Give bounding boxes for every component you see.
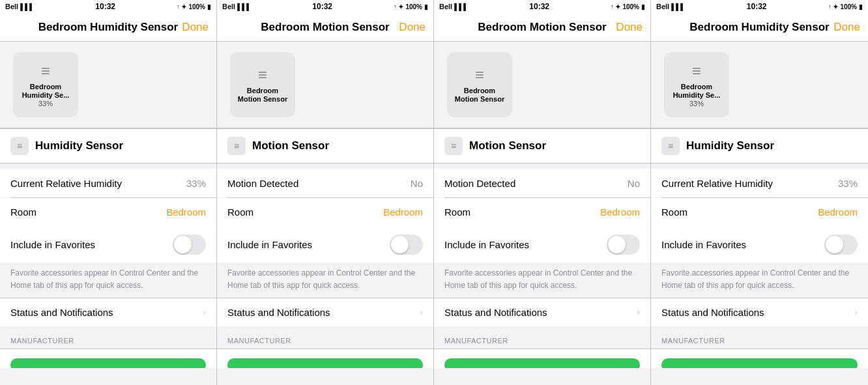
row-label: Room (227, 207, 253, 218)
green-button[interactable] (661, 358, 858, 368)
separator-2 (434, 326, 650, 332)
time-label: 10:32 (747, 2, 767, 11)
nav-bar: Bedroom Humidity Sensor Done (651, 13, 868, 42)
battery-icon: ▮ (207, 3, 211, 10)
bluetooth-icon: ✦ (833, 3, 838, 10)
status-left: Bell ▌▌▌ (5, 3, 34, 10)
row-2[interactable]: Include in Favorites (434, 227, 650, 263)
nav-title: Bedroom Humidity Sensor (38, 21, 178, 34)
sensor-type-label: Humidity Sensor (686, 139, 774, 152)
green-button-area[interactable] (217, 349, 433, 368)
done-button[interactable]: Done (616, 21, 643, 34)
done-button[interactable]: Done (399, 21, 426, 34)
device-card[interactable]: ≡ BedroomMotion Sensor (230, 52, 295, 117)
toggle-switch[interactable] (173, 235, 206, 255)
row-value-orange[interactable]: Bedroom (166, 207, 206, 218)
toggle-switch[interactable] (390, 235, 423, 255)
status-notifications-row[interactable]: Status and Notifications › (0, 298, 216, 326)
phone-panel-1: Bell ▌▌▌ 10:32 ↑ ✦ 100% ▮ Bedroom Humidi… (0, 0, 217, 385)
row-value: 33% (186, 178, 206, 189)
toggle-switch[interactable] (607, 235, 640, 255)
battery-icon: ▮ (859, 3, 863, 10)
manufacturer-label: MANUFACTURER (444, 337, 508, 345)
device-card-area: ≡ BedroomHumidity Se... 33% (0, 42, 216, 128)
battery-icon: ▮ (424, 3, 428, 10)
chevron-right-icon: › (854, 307, 858, 317)
row-1: Room Bedroom (651, 198, 868, 227)
sensor-icon: ≡ (10, 137, 29, 155)
device-icon: ≡ (41, 62, 50, 80)
carrier-label: Bell (222, 3, 235, 10)
device-card-value: 33% (38, 100, 53, 107)
manufacturer-section: MANUFACTURER (0, 332, 216, 349)
status-right: ↑ ✦ 100% ▮ (828, 3, 863, 10)
sensor-type-row: ≡ Motion Sensor (217, 128, 433, 164)
row-value-orange[interactable]: Bedroom (600, 207, 640, 218)
sensor-icon: ≡ (661, 137, 680, 155)
footnote-text: Favorite accessories appear in Control C… (661, 268, 849, 290)
green-button[interactable] (227, 358, 423, 368)
green-button[interactable] (444, 358, 640, 368)
row-label: Include in Favorites (444, 239, 529, 250)
device-card[interactable]: ≡ BedroomHumidity Se... 33% (13, 52, 78, 117)
content-area: ≡ BedroomHumidity Se... 33% ≡ Humidity S… (651, 42, 868, 385)
green-button-area[interactable] (0, 349, 216, 368)
location-icon: ↑ (394, 3, 397, 10)
status-notifications-row[interactable]: Status and Notifications › (651, 298, 868, 326)
row-2[interactable]: Include in Favorites (217, 227, 433, 263)
device-icon: ≡ (258, 66, 267, 84)
row-label: Room (10, 207, 36, 218)
row-label: Room (444, 207, 470, 218)
nav-bar: Bedroom Motion Sensor Done (217, 13, 433, 42)
carrier-label: Bell (656, 3, 669, 10)
row-value-orange[interactable]: Bedroom (383, 207, 423, 218)
status-right: ↑ ✦ 100% ▮ (177, 3, 211, 10)
separator-2 (217, 326, 433, 332)
manufacturer-label: MANUFACTURER (10, 337, 74, 345)
row-label: Include in Favorites (227, 239, 312, 250)
device-card[interactable]: ≡ BedroomMotion Sensor (447, 52, 512, 117)
status-left: Bell ▌▌▌ (439, 3, 468, 10)
signal-icon: ▌▌▌ (237, 3, 251, 10)
status-notifications-row[interactable]: Status and Notifications › (434, 298, 650, 326)
row-0: Motion Detected No (217, 169, 433, 197)
device-card-value: 33% (689, 100, 704, 107)
battery-label: 100% (188, 3, 205, 10)
location-icon: ↑ (177, 3, 180, 10)
sensor-type-label: Motion Sensor (469, 139, 546, 152)
phone-panel-4: Bell ▌▌▌ 10:32 ↑ ✦ 100% ▮ Bedroom Humidi… (651, 0, 868, 385)
device-card-area: ≡ BedroomMotion Sensor (434, 42, 650, 128)
status-bar: Bell ▌▌▌ 10:32 ↑ ✦ 100% ▮ (0, 0, 216, 13)
device-card-area: ≡ BedroomHumidity Se... 33% (651, 42, 868, 128)
row-value: No (628, 178, 640, 189)
toggle-switch[interactable] (824, 235, 858, 255)
row-2[interactable]: Include in Favorites (651, 227, 868, 263)
nav-bar: Bedroom Humidity Sensor Done (0, 13, 216, 42)
sensor-type-row: ≡ Humidity Sensor (651, 128, 868, 164)
green-button-area[interactable] (434, 349, 650, 368)
bluetooth-icon: ✦ (398, 3, 403, 10)
bluetooth-icon: ✦ (181, 3, 186, 10)
row-0: Current Relative Humidity 33% (651, 169, 868, 197)
status-notifications-row[interactable]: Status and Notifications › (217, 298, 433, 326)
row-label: Motion Detected (227, 178, 298, 189)
row-2[interactable]: Include in Favorites (0, 227, 216, 263)
toggle-knob (391, 236, 409, 253)
done-button[interactable]: Done (182, 21, 209, 34)
signal-icon: ▌▌▌ (671, 3, 685, 10)
manufacturer-section: MANUFACTURER (217, 332, 433, 349)
row-value-orange[interactable]: Bedroom (818, 207, 858, 218)
green-button[interactable] (10, 358, 206, 368)
manufacturer-label: MANUFACTURER (227, 337, 291, 345)
done-button[interactable]: Done (833, 21, 860, 34)
chevron-right-icon: › (637, 307, 640, 317)
chevron-right-icon: › (203, 307, 206, 317)
green-button-area[interactable] (651, 349, 868, 368)
carrier-label: Bell (439, 3, 452, 10)
row-value: No (411, 178, 423, 189)
device-icon: ≡ (692, 62, 701, 80)
separator-2 (0, 326, 216, 332)
device-card[interactable]: ≡ BedroomHumidity Se... 33% (664, 52, 729, 117)
device-card-name: BedroomMotion Sensor (238, 87, 287, 104)
row-label: Include in Favorites (661, 239, 746, 250)
